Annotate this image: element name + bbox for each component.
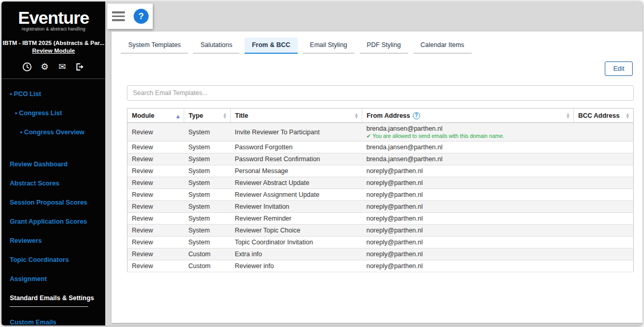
tab-label: Email Styling [310,41,347,49]
cell-from-address: noreply@parthen.nl [362,248,574,260]
help-icon[interactable] [134,9,149,24]
logo-subtitle: registration & abstract handling [2,26,105,32]
tab[interactable]: From & BCC [245,38,297,54]
tab[interactable]: Calendar Items [413,38,472,54]
tab[interactable]: Salutations [193,38,239,54]
from-address: noreply@parthen.nl [366,203,570,210]
sidebar-nav-item[interactable]: Review Dashboard [10,161,101,168]
template-row[interactable]: Review Custom Reviewer info noreply@part… [127,260,634,272]
tab-label: System Templates [128,41,181,49]
template-row[interactable]: Review System Reviewer Invitation norepl… [127,201,634,213]
cell-from-address: noreply@parthen.nl [362,165,574,177]
sort-icon [626,113,629,119]
sidebar-nav-item[interactable]: Topic Coordinators [10,256,101,263]
menu-icon[interactable] [112,11,125,21]
sidebar-nav-label: • Congress Overview [20,129,85,136]
from-address-help-icon[interactable] [413,112,420,119]
column-header-label: Title [235,112,248,119]
cell-from-address: noreply@parthen.nl [362,177,574,189]
template-row[interactable]: Review System Personal Message noreply@p… [127,165,634,177]
content-panel: System Templates Salutations From & BCC … [111,32,642,323]
cell-from-address: noreply@parthen.nl [362,237,574,248]
cell-title: Reviewer Topic Choice [231,225,362,237]
template-row[interactable]: Review System Reviewer Abstract Update n… [127,177,634,189]
sidebar: Eventure registration & abstract handlin… [2,2,105,325]
from-address: noreply@parthen.nl [366,215,570,222]
sidebar-nav-item[interactable]: Reviewers [10,237,101,244]
sort-icon [567,113,569,119]
cell-bcc-address [574,213,634,225]
cell-title: Reviewer Invitation [231,201,362,213]
tab[interactable]: Email Styling [303,38,355,54]
search-input[interactable] [127,85,634,101]
sidebar-nav-item[interactable]: Assignment [10,275,101,283]
check-icon [366,133,373,139]
column-header[interactable]: BCC Address [574,108,634,123]
sidebar-nav-label: • PCO List [10,90,41,98]
sidebar-nav-item[interactable]: • Congress List [10,110,101,117]
cell-module: Review [127,213,184,225]
column-header[interactable]: Type [184,108,231,123]
cell-title: Invite Reviewer To Participant [231,123,362,142]
sidebar-nav-label: Custom Emails [10,319,56,325]
sidebar-nav-label: Abstract Scores [10,180,59,187]
sidebar-nav-item[interactable]: Standard Emails & Settings [10,294,101,307]
column-header-label: Module [132,112,154,119]
sidebar-nav-item[interactable]: • PCO List [10,90,101,98]
cell-from-address: noreply@parthen.nl [362,201,574,213]
column-header-label: BCC Address [578,112,619,119]
cell-type: System [184,237,231,248]
cell-bcc-address [574,142,634,153]
sidebar-nav-label: • Congress List [15,110,62,117]
cell-type: System [184,165,231,177]
sort-ascending-icon [176,112,180,119]
sidebar-nav-item[interactable]: Grant Application Scores [10,218,101,225]
review-module-link[interactable]: Review Module [2,48,105,54]
cell-bcc-address [574,153,634,165]
template-row[interactable]: Review System Password Forgotten brenda.… [127,142,634,153]
sidebar-nav-label: Reviewers [10,237,42,244]
sidebar-nav-item[interactable]: Abstract Scores [10,180,101,187]
cell-from-address: noreply@parthen.nl [362,260,574,272]
cell-title: Reviewer Assignment Update [231,189,362,201]
tab[interactable]: PDF Styling [360,38,408,54]
sidebar-nav-item[interactable]: • Congress Overview [10,129,101,136]
cell-bcc-address [574,248,634,260]
column-header[interactable]: Title [231,108,362,123]
sidebar-nav: • PCO List • Congress List • Congress Ov… [2,79,105,325]
cell-title: Reviewer info [231,260,362,272]
sidebar-nav-label: Assignment [10,275,47,283]
template-row[interactable]: Review System Reviewer Reminder noreply@… [127,213,634,225]
template-row[interactable]: Review System Password Reset Confirmatio… [127,153,634,165]
template-row[interactable]: Review System Reviewer Assignment Update… [127,189,634,201]
template-row[interactable]: Review System Reviewer Topic Choice nore… [127,225,634,237]
cell-module: Review [127,237,184,248]
cell-title: Password Reset Confirmation [231,153,362,165]
template-row[interactable]: Review System Topic Coordinator Invitati… [127,237,634,248]
cell-title: Password Forgotten [231,142,362,153]
template-row[interactable]: Review System Invite Reviewer To Partici… [127,123,634,142]
column-header[interactable]: Module [127,108,184,123]
edit-button[interactable]: Edit [605,61,633,76]
cell-module: Review [127,260,184,272]
mail-icon[interactable] [57,61,68,72]
gear-icon[interactable] [40,61,50,72]
cell-module: Review [127,153,184,165]
cell-title: Extra info [231,248,362,260]
column-header-label: Type [188,112,203,119]
tab-label: From & BCC [252,41,290,49]
from-address: noreply@parthen.nl [366,239,570,246]
domain-allowed-note: You are allowed to send emails with this… [366,133,570,139]
logout-icon[interactable] [75,61,85,72]
table-header: Module Type [127,108,634,123]
cell-module: Review [127,248,184,260]
clock-icon[interactable] [22,61,33,72]
cell-bcc-address [574,237,634,248]
cell-module: Review [127,225,184,237]
sidebar-nav-item[interactable]: Custom Emails [10,319,101,325]
sidebar-nav-item[interactable]: Session Proposal Scores [10,199,101,206]
top-toolbar [107,4,153,29]
template-row[interactable]: Review Custom Extra info noreply@parthen… [127,248,634,260]
tab[interactable]: System Templates [121,38,188,54]
column-header[interactable]: From Address [362,108,574,123]
